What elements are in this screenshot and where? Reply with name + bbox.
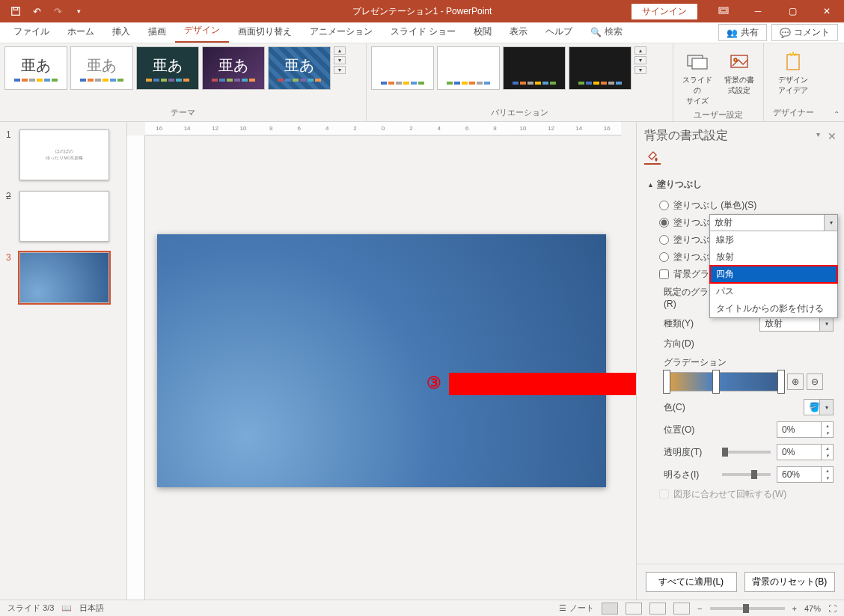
save-icon[interactable] xyxy=(7,3,24,19)
themes-more-icon[interactable]: ▾ xyxy=(334,66,346,74)
fill-section-header[interactable]: ▲塗りつぶし xyxy=(647,178,834,191)
tab-animation[interactable]: アニメーション xyxy=(301,22,382,43)
zoom-level[interactable]: 47% xyxy=(804,604,821,613)
slide-thumbnails: 1 ほのぼのゆったりMOS攻略 2 3 xyxy=(0,122,127,600)
dropdown-selected-value: 放射 xyxy=(715,216,733,229)
zoom-out-icon[interactable]: − xyxy=(697,604,702,613)
variations-scroll-up-icon[interactable]: ▴ xyxy=(634,46,646,55)
transparency-slider[interactable] xyxy=(722,451,771,454)
radio-label: 塗りつぶし (単色)(S) xyxy=(673,199,756,212)
tab-design[interactable]: デザイン xyxy=(175,21,229,43)
zoom-slider[interactable] xyxy=(710,607,785,610)
slide-sorter-view-icon[interactable] xyxy=(626,603,642,615)
reading-view-icon[interactable] xyxy=(649,603,666,615)
background-format-icon xyxy=(727,49,752,75)
tab-help[interactable]: ヘルプ xyxy=(536,22,581,43)
radio-solid-fill[interactable]: 塗りつぶし (単色)(S) xyxy=(647,197,834,214)
redo-icon[interactable]: ↷ xyxy=(49,3,66,19)
tab-home[interactable]: ホーム xyxy=(58,22,103,43)
dropdown-selected[interactable]: 放射▾ xyxy=(710,215,837,231)
svg-rect-3 xyxy=(721,9,727,12)
search-box[interactable]: 🔍検索 xyxy=(581,22,632,43)
position-label: 位置(O) xyxy=(664,424,753,436)
tab-review[interactable]: 校閲 xyxy=(465,22,501,43)
thumb-slide-2[interactable]: 2 xyxy=(6,191,120,242)
comment-icon: 💬 xyxy=(780,28,791,38)
background-format-button[interactable]: 背景の書 式設定 xyxy=(720,46,759,99)
theme-thumb-5[interactable]: 亜あ xyxy=(268,46,331,90)
brightness-spinner[interactable]: 60%▴▾ xyxy=(777,466,834,483)
format-background-pane: 背景の書式設定 ▾ ✕ ▲塗りつぶし 塗りつぶし (単色)(S) 塗りつぶし (… xyxy=(636,122,844,600)
close-icon[interactable]: ✕ xyxy=(810,0,844,22)
undo-icon[interactable]: ↶ xyxy=(28,3,45,19)
theme-thumb-1[interactable]: 亜あ xyxy=(4,46,67,90)
add-stop-icon[interactable]: ⊕ xyxy=(787,373,804,390)
normal-view-icon[interactable] xyxy=(602,603,618,615)
pane-menu-icon[interactable]: ▾ xyxy=(816,130,820,142)
dropdown-option-title-shadow[interactable]: タイトルからの影を付ける xyxy=(710,300,837,317)
slide-canvas[interactable] xyxy=(157,234,606,487)
slide-size-icon xyxy=(685,49,710,75)
variation-thumb-4[interactable] xyxy=(569,46,632,90)
tab-view[interactable]: 表示 xyxy=(501,22,536,43)
zoom-in-icon[interactable]: + xyxy=(792,604,797,613)
fit-to-window-icon[interactable]: ⛶ xyxy=(828,604,837,613)
tab-slideshow[interactable]: スライド ショー xyxy=(382,22,465,43)
dropdown-option-linear[interactable]: 線形 xyxy=(710,231,837,248)
theme-thumb-4[interactable]: 亜あ xyxy=(202,46,265,90)
comment-button[interactable]: 💬コメント xyxy=(771,24,838,41)
signin-button[interactable]: サインイン xyxy=(632,4,697,19)
design-ideas-label: デザイン アイデア xyxy=(778,75,808,96)
transparency-spinner[interactable]: 0%▴▾ xyxy=(777,444,834,460)
thumb-number: 2 xyxy=(6,191,15,242)
fill-bucket-icon: 🪣 xyxy=(809,402,820,412)
slide-size-button[interactable]: スライドの サイズ xyxy=(678,46,717,109)
annotation-number-3: ③ xyxy=(426,373,441,393)
spellcheck-icon[interactable]: 📖 xyxy=(61,603,72,613)
dropdown-option-radial[interactable]: 放射 xyxy=(710,248,837,266)
variation-thumb-1[interactable] xyxy=(371,46,434,90)
ruler-vertical xyxy=(127,135,145,600)
reset-background-button[interactable]: 背景のリセット(B) xyxy=(744,572,836,592)
tab-file[interactable]: ファイル xyxy=(4,22,58,43)
brightness-slider[interactable] xyxy=(722,473,771,476)
minimize-icon[interactable]: ─ xyxy=(741,0,775,22)
remove-stop-icon[interactable]: ⊖ xyxy=(807,373,823,390)
variation-thumb-2[interactable] xyxy=(437,46,500,90)
tab-transition[interactable]: 画面切り替え xyxy=(229,22,301,43)
design-ideas-icon xyxy=(780,49,806,75)
theme-thumb-3[interactable]: 亜あ xyxy=(136,46,199,90)
user-settings-group-label: ユーザー設定 xyxy=(678,109,759,122)
share-button[interactable]: 👥共有 xyxy=(718,24,767,41)
pane-close-icon[interactable]: ✕ xyxy=(828,130,837,142)
variations-more-icon[interactable]: ▾ xyxy=(634,66,646,74)
variations-scroll-down-icon[interactable]: ▾ xyxy=(634,56,646,64)
themes-scroll-up-icon[interactable]: ▴ xyxy=(334,46,346,55)
apply-to-all-button[interactable]: すべてに適用(L) xyxy=(646,572,737,592)
title-bar: ↶ ↷ ▾ プレゼンテーション1 - PowerPoint サインイン ─ ▢ … xyxy=(0,0,844,22)
notes-button[interactable]: ☰ノート xyxy=(559,603,594,614)
themes-scroll-down-icon[interactable]: ▾ xyxy=(334,56,346,64)
svg-rect-0 xyxy=(12,7,20,16)
variation-thumb-3[interactable] xyxy=(503,46,566,90)
thumb-slide-3[interactable]: 3 xyxy=(6,252,120,303)
ribbon-display-options-icon[interactable] xyxy=(706,0,741,22)
theme-thumb-2[interactable]: 亜あ xyxy=(70,46,133,90)
language-indicator[interactable]: 日本語 xyxy=(79,603,104,614)
brightness-label: 明るさ(I) xyxy=(664,469,716,481)
tab-insert[interactable]: 挿入 xyxy=(103,22,139,43)
dropdown-option-path[interactable]: パス xyxy=(710,283,837,300)
maximize-icon[interactable]: ▢ xyxy=(775,0,810,22)
thumb-slide-1[interactable]: 1 ほのぼのゆったりMOS攻略 xyxy=(6,129,120,180)
position-spinner[interactable]: 0%▴▾ xyxy=(777,421,834,438)
design-ideas-button[interactable]: デザイン アイデア xyxy=(774,46,813,99)
slideshow-view-icon[interactable] xyxy=(673,603,690,615)
color-picker[interactable]: 🪣▾ xyxy=(804,399,834,415)
gradient-stops-bar[interactable] xyxy=(664,372,784,391)
dropdown-option-rectangular[interactable]: 四角 xyxy=(710,266,837,283)
fill-tab-icon[interactable] xyxy=(644,148,661,165)
qat-more-icon[interactable]: ▾ xyxy=(70,3,87,19)
tab-draw[interactable]: 描画 xyxy=(139,22,175,43)
slide-canvas-area: 1614121086420246810121416 ③ xyxy=(127,122,636,600)
collapse-ribbon-icon[interactable]: ⌃ xyxy=(834,110,840,118)
